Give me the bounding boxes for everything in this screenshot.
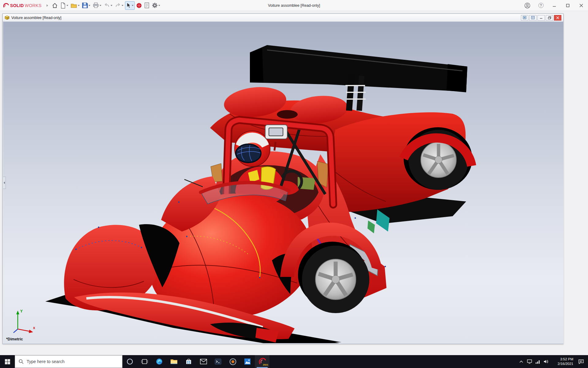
quick-access-toolbar — [51, 1, 161, 10]
close-icon — [556, 16, 559, 19]
options-gear-icon — [152, 2, 158, 8]
mdi-area: Voiture assomblee [Read-only] — [0, 11, 588, 355]
photos-button[interactable] — [240, 355, 255, 368]
redo-icon — [115, 3, 121, 8]
task-view-button[interactable] — [137, 355, 152, 368]
edge-icon — [156, 358, 163, 365]
minimize-button[interactable] — [548, 0, 561, 11]
dropdown-caret[interactable] — [89, 5, 90, 6]
new-document-button[interactable] — [59, 1, 69, 10]
feature-tree-collapse-tab[interactable] — [3, 177, 6, 189]
car-model[interactable] — [3, 22, 564, 344]
dropdown-caret[interactable] — [111, 5, 112, 6]
y-axis-label: Y — [20, 309, 23, 313]
3dexperience-button[interactable] — [135, 1, 143, 10]
windows-logo-icon — [5, 359, 10, 364]
cortana-icon — [126, 358, 133, 365]
undo-button[interactable] — [103, 1, 113, 10]
open-button[interactable] — [70, 1, 81, 10]
new-document-icon — [60, 2, 66, 9]
dropdown-caret[interactable] — [158, 5, 160, 6]
terminal-button[interactable] — [211, 355, 225, 368]
edrawings-icon — [229, 358, 236, 365]
network-tray-button[interactable] — [533, 355, 542, 368]
options-button[interactable] — [151, 1, 161, 10]
maximize-icon — [566, 4, 570, 7]
app-title: Voiture assomblee [Read-only] — [268, 3, 320, 8]
undo-icon — [104, 3, 110, 8]
home-button[interactable] — [51, 1, 59, 10]
brand-light: WORKS — [25, 3, 42, 8]
help-button[interactable]: ? — [534, 0, 548, 11]
file-properties-button[interactable] — [143, 1, 150, 10]
document-titlebar[interactable]: Voiture assomblee [Read-only] — [3, 14, 563, 22]
select-tool-button[interactable] — [125, 1, 135, 10]
graphics-viewport[interactable]: Y x *Dimetric — [3, 22, 564, 344]
minimize-icon — [552, 4, 556, 7]
edge-button[interactable] — [152, 355, 167, 368]
store-icon — [185, 358, 192, 365]
hidden-icons-button[interactable] — [517, 355, 525, 368]
print-button[interactable] — [92, 1, 102, 10]
tile-window-button[interactable] — [529, 15, 537, 21]
taskbar-search[interactable]: Type here to search — [15, 355, 123, 368]
dropdown-caret[interactable] — [100, 5, 101, 6]
solidworks-version-badge: 2021 — [263, 363, 268, 366]
file-properties-icon — [144, 2, 149, 8]
z-axis — [13, 329, 18, 333]
save-button[interactable] — [81, 1, 91, 10]
app-titlebar: SOLIDWORKS — [0, 0, 588, 11]
account-button[interactable] — [521, 0, 534, 11]
3dexperience-compass-icon — [136, 3, 142, 8]
minimize-icon — [540, 16, 543, 19]
network-icon — [535, 360, 540, 364]
maximize-button[interactable] — [561, 0, 575, 11]
float-window-button[interactable] — [521, 15, 528, 21]
cortana-button[interactable] — [123, 355, 137, 368]
solidworks-taskbar-button[interactable]: 2021 — [255, 355, 270, 368]
y-axis-arrow — [16, 311, 19, 314]
tile-window-icon — [531, 16, 535, 19]
action-center-button[interactable] — [575, 355, 587, 368]
taskbar-clock[interactable]: 3:52 PM 2/16/2021 — [550, 357, 575, 366]
x-axis-label: x — [33, 326, 35, 330]
orientation-triad: Y x — [11, 308, 37, 336]
document-window: Voiture assomblee [Read-only] — [2, 13, 564, 344]
mail-icon — [200, 359, 207, 364]
solidworks-logo: SOLIDWORKS — [0, 3, 44, 8]
doc-close-button[interactable] — [554, 15, 561, 21]
close-button[interactable] — [575, 0, 588, 11]
dropdown-caret[interactable] — [78, 5, 80, 6]
restore-icon — [548, 16, 551, 19]
file-explorer-icon — [170, 358, 178, 365]
store-button[interactable] — [181, 355, 196, 368]
mail-button[interactable] — [196, 355, 211, 368]
ds-logo-icon — [3, 3, 9, 8]
account-icon — [524, 2, 530, 9]
close-icon — [579, 4, 583, 7]
dropdown-caret[interactable] — [122, 5, 123, 6]
help-icon: ? — [538, 3, 544, 8]
terminal-icon — [215, 358, 221, 365]
view-orientation-label: *Dimetric — [6, 337, 23, 341]
dropdown-caret[interactable] — [132, 5, 134, 6]
dropdown-caret[interactable] — [66, 5, 68, 6]
edrawings-button[interactable] — [225, 355, 240, 368]
doc-restore-button[interactable] — [546, 15, 553, 21]
search-placeholder: Type here to search — [27, 359, 65, 364]
app-window-controls: ? — [521, 0, 588, 11]
file-explorer-button[interactable] — [167, 355, 181, 368]
display-tray-button[interactable] — [525, 355, 533, 368]
toolbar-flyout-arrow[interactable] — [47, 4, 48, 7]
select-cursor-icon — [126, 2, 131, 8]
doc-minimize-button[interactable] — [537, 15, 545, 21]
volume-tray-button[interactable] — [542, 355, 550, 368]
taskbar: Type here to search — [0, 355, 588, 368]
start-button[interactable] — [0, 355, 15, 368]
assembly-cube-icon — [5, 15, 9, 20]
document-window-controls — [521, 15, 561, 21]
home-icon — [52, 2, 58, 9]
open-folder-icon — [71, 3, 77, 8]
redo-button[interactable] — [114, 1, 124, 10]
clock-date: 2/16/2021 — [550, 362, 573, 366]
